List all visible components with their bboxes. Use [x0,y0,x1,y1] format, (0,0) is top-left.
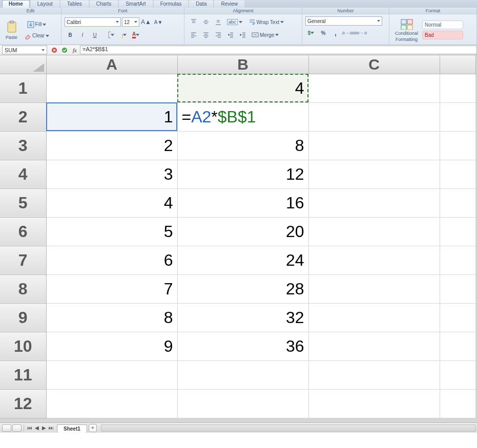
cell-D11[interactable] [440,360,475,389]
cell-A4[interactable]: 3 [46,160,177,188]
cell-D5[interactable] [440,188,475,217]
row-header-9[interactable]: 9 [0,303,46,332]
align-right-button[interactable] [212,29,223,40]
decrease-indent-button[interactable] [224,29,236,40]
italic-button[interactable]: I [77,29,88,40]
number-format-select[interactable]: General [305,16,382,26]
cell-C8[interactable] [308,274,440,303]
tab-data[interactable]: Data [189,0,213,8]
row-header-12[interactable]: 12 [0,389,46,418]
col-header-C[interactable]: C [308,55,440,74]
name-box[interactable]: SUM [2,46,47,54]
cell-C7[interactable] [308,246,440,274]
page-layout-view-button[interactable] [12,424,22,432]
increase-decimal-button[interactable]: .0→.00 [342,27,354,38]
tab-formulas[interactable]: Formulas [154,0,189,8]
fill-button[interactable]: Fill [22,19,52,30]
prev-sheet-button[interactable]: ◀ [33,424,40,432]
cell-A2[interactable]: 1 [46,102,177,131]
align-center-button[interactable] [200,29,211,40]
formula-input[interactable]: =A2*$B$1 [80,46,477,54]
first-sheet-button[interactable]: ⏮ [26,424,33,432]
cell-B3[interactable]: 8 [177,131,308,160]
cell-A12[interactable] [46,389,177,418]
font-size-select[interactable]: 12 [122,17,139,27]
style-bad[interactable]: Bad [422,31,463,39]
tab-home[interactable]: Home [2,0,30,8]
decrease-decimal-button[interactable]: .00→.0 [355,27,366,38]
horizontal-scrollbar[interactable] [101,424,476,432]
fx-button[interactable]: fx [70,46,80,54]
cell-C12[interactable] [308,389,440,418]
currency-button[interactable]: $ [305,27,317,38]
normal-view-button[interactable] [2,424,11,432]
cell-B10[interactable]: 36 [177,332,308,360]
bold-button[interactable]: B [65,29,76,40]
cell-D4[interactable] [440,160,475,188]
col-header-D[interactable] [440,55,475,74]
cell-A8[interactable]: 7 [46,274,177,303]
cell-B11[interactable] [177,360,308,389]
cell-C6[interactable] [308,217,440,246]
row-header-10[interactable]: 10 [0,332,46,360]
clear-button[interactable]: Clear [22,31,52,41]
cell-B1[interactable]: 4 [177,74,308,102]
increase-indent-button[interactable] [237,29,248,40]
cell-D6[interactable] [440,217,475,246]
font-color-button[interactable]: A [130,29,141,40]
cell-B7[interactable]: 24 [177,246,308,274]
cell-A6[interactable]: 5 [46,217,177,246]
row-header-4[interactable]: 4 [0,160,46,188]
cell-D2[interactable] [440,102,475,131]
row-header-2[interactable]: 2 [0,102,46,131]
cell-A9[interactable]: 8 [46,303,177,332]
row-header-6[interactable]: 6 [0,217,46,246]
cell-A11[interactable] [46,360,177,389]
tab-tables[interactable]: Tables [60,0,89,8]
cell-A7[interactable]: 6 [46,246,177,274]
tab-charts[interactable]: Charts [90,0,118,8]
font-name-select[interactable]: Calibri [65,17,121,27]
cell-D10[interactable] [440,332,475,360]
cell-A3[interactable]: 2 [46,131,177,160]
paste-button[interactable]: Paste [3,17,20,44]
align-left-button[interactable] [188,29,199,40]
row-header-7[interactable]: 7 [0,246,46,274]
underline-button[interactable]: U [89,29,100,40]
col-header-B[interactable]: B [177,55,308,74]
cancel-formula-button[interactable] [49,46,59,54]
row-header-8[interactable]: 8 [0,274,46,303]
cell-B12[interactable] [177,389,308,418]
row-header-1[interactable]: 1 [0,74,46,102]
conditional-formatting-button[interactable]: Conditional Formatting [392,17,421,44]
cell-D3[interactable] [440,131,475,160]
cell-C9[interactable] [308,303,440,332]
cell-C5[interactable] [308,188,440,217]
align-bottom-button[interactable] [212,16,223,28]
cell-D9[interactable] [440,303,475,332]
comma-button[interactable]: , [330,27,341,38]
cell-B8[interactable]: 28 [177,274,308,303]
cell-D8[interactable] [440,274,475,303]
cell-C1[interactable] [308,74,440,102]
add-sheet-button[interactable]: + [89,424,97,432]
sheet-tab-1[interactable]: Sheet1 [57,424,87,433]
cell-A5[interactable]: 4 [46,188,177,217]
cell-C10[interactable] [308,332,440,360]
cell-B4[interactable]: 12 [177,160,308,188]
select-all-corner[interactable] [0,55,46,74]
row-header-3[interactable]: 3 [0,131,46,160]
increase-font-button[interactable]: A▲ [140,16,152,28]
row-header-11[interactable]: 11 [0,360,46,389]
cell-C2[interactable] [308,102,440,131]
tab-smartart[interactable]: SmartArt [119,0,152,8]
decrease-font-button[interactable]: A▼ [153,16,164,28]
next-sheet-button[interactable]: ▶ [40,424,48,432]
cell-C3[interactable] [308,131,440,160]
cell-B9[interactable]: 32 [177,303,308,332]
worksheet[interactable]: A B C 1 4 2 1 =A2*$B$1 3 2 8 [0,55,477,422]
align-top-button[interactable] [188,16,199,28]
borders-button[interactable] [106,29,117,40]
cell-B5[interactable]: 16 [177,188,308,217]
cell-B6[interactable]: 20 [177,217,308,246]
